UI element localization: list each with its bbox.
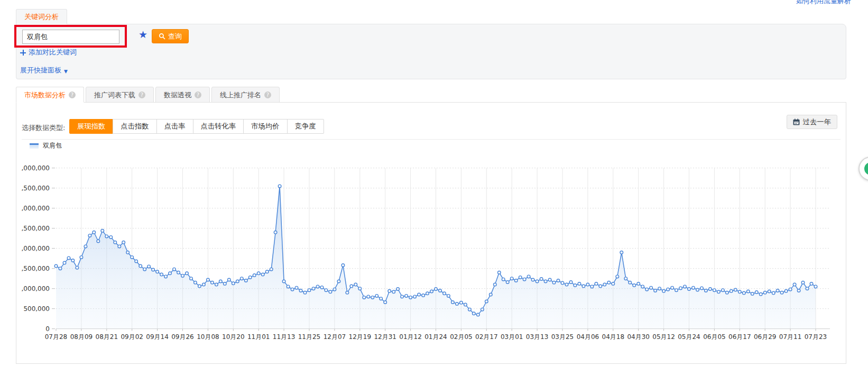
svg-text:2,000,000: 2,000,000 <box>22 245 50 252</box>
analysis-tab-label: 市场数据分析 <box>24 87 66 103</box>
svg-text:11月25: 11月25 <box>298 333 321 341</box>
expand-panel-label: 展开快捷面板 <box>20 66 61 75</box>
svg-text:07月11: 07月11 <box>779 333 802 341</box>
svg-text:11月13: 11月13 <box>273 333 296 341</box>
svg-text:06月29: 06月29 <box>754 333 777 341</box>
date-range-button[interactable]: 过去一年 <box>787 115 837 129</box>
svg-text:03月13: 03月13 <box>526 333 549 341</box>
help-question-icon[interactable] <box>138 91 145 98</box>
expand-quick-panel-link[interactable]: 展开快捷面板 <box>20 66 68 75</box>
help-question-icon[interactable] <box>264 91 271 98</box>
svg-text:09月02: 09月02 <box>121 333 143 341</box>
svg-text:03月25: 03月25 <box>551 333 574 341</box>
svg-text:07月28: 07月28 <box>45 333 68 341</box>
divider <box>22 139 841 140</box>
svg-text:4,000,000: 4,000,000 <box>22 164 50 172</box>
svg-text:0: 0 <box>45 325 50 333</box>
chevron-down-icon <box>64 67 68 75</box>
query-button-label: 查询 <box>168 32 182 41</box>
svg-text:12月19: 12月19 <box>349 333 372 341</box>
floating-widget-button[interactable] <box>858 157 868 181</box>
data-type-label: 选择数据类型: <box>22 123 65 133</box>
calendar-icon <box>793 118 800 125</box>
svg-text:02月05: 02月05 <box>450 333 473 341</box>
svg-text:09月26: 09月26 <box>171 333 194 341</box>
svg-text:11月01: 11月01 <box>247 333 270 341</box>
analysis-tab-label: 数据透视 <box>164 87 191 103</box>
svg-text:06月17: 06月17 <box>728 333 751 341</box>
add-compare-keyword-link[interactable]: 添加对比关键词 <box>20 48 77 57</box>
analysis-tab-0[interactable]: 市场数据分析 <box>16 87 84 103</box>
svg-text:05月24: 05月24 <box>678 333 700 341</box>
help-question-icon[interactable] <box>195 91 201 98</box>
svg-text:2,500,000: 2,500,000 <box>22 225 50 232</box>
analysis-tab-label: 线上推广排名 <box>220 87 261 103</box>
favorite-star-icon[interactable] <box>138 29 147 40</box>
analysis-tabs: 市场数据分析推广词表下载数据透视线上推广排名 <box>16 87 280 103</box>
svg-text:04月06: 04月06 <box>577 333 599 341</box>
help-question-icon[interactable] <box>69 91 76 98</box>
market-data-panel: 选择数据类型: 展现指数点击指数点击率点击转化率市场均价竞争度 过去一年 双肩包… <box>16 102 846 364</box>
search-icon <box>159 33 165 40</box>
svg-text:04月18: 04月18 <box>602 333 625 341</box>
svg-text:3,500,000: 3,500,000 <box>22 185 50 192</box>
keyword-input[interactable] <box>22 30 119 44</box>
svg-text:08月21: 08月21 <box>96 333 118 341</box>
svg-text:03月01: 03月01 <box>501 333 523 341</box>
date-range-label: 过去一年 <box>803 117 831 127</box>
analysis-tab-2[interactable]: 数据透视 <box>155 87 210 103</box>
svg-text:08月09: 08月09 <box>70 333 93 341</box>
svg-text:1,500,000: 1,500,000 <box>22 265 50 272</box>
svg-text:09月14: 09月14 <box>146 333 169 341</box>
floating-widget-icon <box>864 162 868 175</box>
data-type-options: 展现指数点击指数点击率点击转化率市场均价竞争度 <box>69 119 324 134</box>
svg-text:3,000,000: 3,000,000 <box>22 205 50 212</box>
svg-text:12月31: 12月31 <box>374 333 396 341</box>
data-type-option-0[interactable]: 展现指数 <box>69 119 113 134</box>
tab-keyword-analysis[interactable]: 关键词分析 <box>16 9 67 24</box>
svg-text:05月12: 05月12 <box>652 333 675 341</box>
svg-text:10月20: 10月20 <box>222 333 245 341</box>
analysis-tab-label: 推广词表下载 <box>94 87 135 103</box>
svg-text:10月08: 10月08 <box>197 333 219 341</box>
svg-text:02月17: 02月17 <box>475 333 498 341</box>
svg-text:12月07: 12月07 <box>324 333 346 341</box>
svg-text:07月23: 07月23 <box>805 333 827 341</box>
query-button[interactable]: 查询 <box>152 29 189 43</box>
legend-label: 双肩包 <box>43 141 62 150</box>
data-type-option-1[interactable]: 点击指数 <box>113 119 156 134</box>
svg-text:04月30: 04月30 <box>627 333 650 341</box>
data-type-option-5[interactable]: 竞争度 <box>287 119 324 134</box>
svg-text:01月24: 01月24 <box>424 333 447 341</box>
svg-text:01月12: 01月12 <box>399 333 422 341</box>
plus-icon <box>20 50 26 56</box>
analysis-tab-3[interactable]: 线上推广排名 <box>211 87 280 103</box>
add-compare-label: 添加对比关键词 <box>29 48 77 57</box>
trend-chart: 0500,0001,000,0001,500,0002,000,0002,500… <box>22 153 838 351</box>
analysis-tab-1[interactable]: 推广词表下载 <box>86 87 154 103</box>
svg-text:500,000: 500,000 <box>23 305 50 313</box>
page: { "page": { "help_link": "如何利用流量解析" }, "… <box>0 0 868 376</box>
help-link[interactable]: 如何利用流量解析 <box>796 0 851 6</box>
data-type-option-2[interactable]: 点击率 <box>156 119 193 134</box>
data-type-option-3[interactable]: 点击转化率 <box>193 119 244 134</box>
svg-text:1,000,000: 1,000,000 <box>22 285 50 292</box>
data-type-option-4[interactable]: 市场均价 <box>243 119 287 134</box>
svg-text:06月05: 06月05 <box>703 333 726 341</box>
chart-legend[interactable]: 双肩包 <box>30 141 62 150</box>
legend-swatch-icon <box>30 143 39 149</box>
